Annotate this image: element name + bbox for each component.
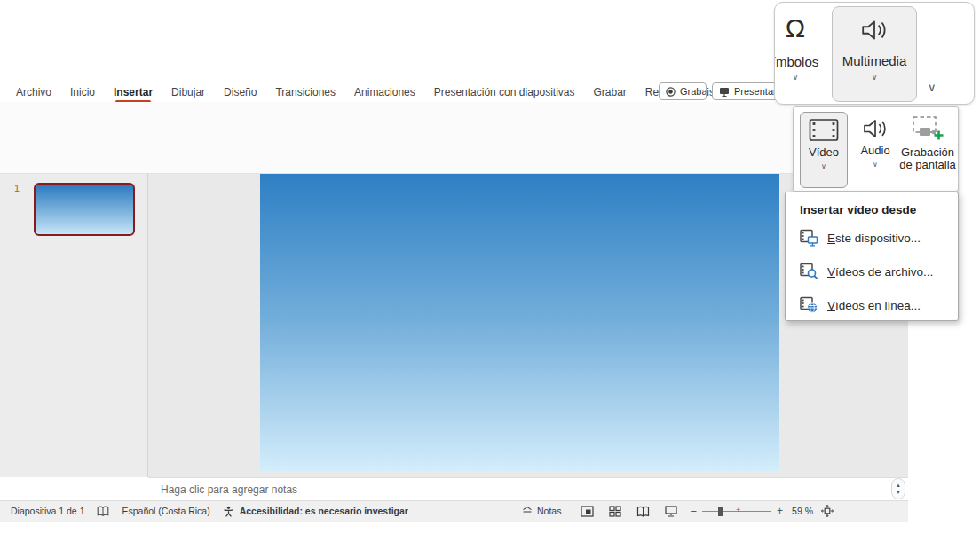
slide[interactable] <box>260 174 779 471</box>
zoom-out-button[interactable]: − <box>690 505 697 518</box>
insert-video-menu: Insertar vídeo desde Este dispositivo...… <box>785 192 959 321</box>
accessibility-status[interactable]: Accesibilidad: es necesario investigar <box>240 506 408 516</box>
tab-dibujar[interactable]: Dibujar <box>171 86 205 98</box>
tab-diseno[interactable]: Diseño <box>224 86 257 98</box>
menu-header: Insertar vídeo desde <box>800 203 916 216</box>
notes-pane[interactable]: Haga clic para agregar notas <box>148 477 908 500</box>
accessibility-icon <box>223 506 234 517</box>
normal-view-icon[interactable] <box>581 506 594 517</box>
audio-button[interactable]: Audio ∨ <box>852 117 898 168</box>
slide-sorter-view-icon[interactable] <box>609 506 621 517</box>
audio-speaker-icon <box>862 117 889 140</box>
present-screen-icon <box>719 87 730 97</box>
omega-symbol-icon: Ω <box>786 13 805 43</box>
tab-archivo[interactable]: Archivo <box>16 86 51 98</box>
menu-item-videos-archivo[interactable]: Vídeos de archivo... <box>794 258 952 285</box>
speaker-icon <box>860 18 889 43</box>
scroll-arrows[interactable]: ▲ ▼ <box>891 478 905 499</box>
zoom-slider[interactable]: + <box>702 511 771 512</box>
tab-animaciones[interactable]: Animaciones <box>354 86 415 98</box>
notes-toggle-icon <box>521 506 533 516</box>
notes-toggle[interactable]: Notas <box>537 506 561 516</box>
tab-transiciones[interactable]: Transiciones <box>275 86 336 98</box>
record-icon <box>666 87 676 97</box>
video-button[interactable]: Vídeo ∨ <box>800 112 848 188</box>
zoom-level[interactable]: 59 % <box>792 506 813 516</box>
slide-number: 1 <box>14 183 20 193</box>
notes-placeholder: Haga clic para agregar notas <box>161 483 297 496</box>
video-device-icon <box>800 229 818 247</box>
film-strip-icon <box>809 118 839 142</box>
title-bar: P Autoguardado ∨ Presentación1 - PowerP.… <box>0 49 908 82</box>
video-online-icon <box>800 296 818 314</box>
tab-insertar[interactable]: Insertar <box>114 86 153 98</box>
zoom-midpoint-marker: + <box>736 506 740 514</box>
ribbon: Nueva diapositiva ∨ Volver a usar las di… <box>0 102 908 174</box>
language-indicator[interactable]: Español (Costa Rica) <box>122 506 209 516</box>
spellcheck-book-icon[interactable] <box>97 506 109 516</box>
slide-indicator: Diapositiva 1 de 1 <box>11 506 84 516</box>
screen-recording-icon <box>912 115 944 142</box>
video-stock-icon <box>800 263 818 280</box>
tab-presentacion[interactable]: Presentación con diapositivas <box>434 86 575 98</box>
zoomed-ribbon-panel: Ω ímbolos ∨ Multimedia ∨ ∨ <box>774 2 975 105</box>
scroll-up-icon[interactable]: ▲ <box>896 482 901 489</box>
tab-inicio[interactable]: Inicio <box>70 86 95 98</box>
tab-grabar[interactable]: Grabar <box>594 86 627 98</box>
zoom-in-button[interactable]: + <box>777 505 783 517</box>
simbolos-button[interactable]: Ω ímbolos ∨ <box>774 13 828 81</box>
scroll-down-icon[interactable]: ▼ <box>896 489 901 496</box>
zoom-slider-handle[interactable] <box>718 507 723 516</box>
status-bar: Diapositiva 1 de 1 Español (Costa Rica) … <box>0 500 908 522</box>
grabar-button[interactable]: Grabar <box>659 82 707 100</box>
multimedia-button[interactable]: Multimedia ∨ <box>832 6 917 102</box>
multimedia-dropdown-panel: Vídeo ∨ Audio ∨ Grabación de pantalla <box>793 106 959 192</box>
menu-item-este-dispositivo[interactable]: Este dispositivo... <box>794 224 952 251</box>
slide-thumbnail[interactable] <box>34 183 135 236</box>
fit-slide-to-window-icon[interactable] <box>821 505 834 517</box>
slideshow-view-icon[interactable] <box>665 506 677 517</box>
grabacion-pantalla-button[interactable]: Grabación de pantalla <box>898 115 957 171</box>
menu-item-videos-en-linea[interactable]: Vídeos en línea... <box>794 292 952 318</box>
ribbon-display-options-icon[interactable]: ∨ <box>928 81 937 94</box>
reading-view-icon[interactable] <box>636 506 650 517</box>
